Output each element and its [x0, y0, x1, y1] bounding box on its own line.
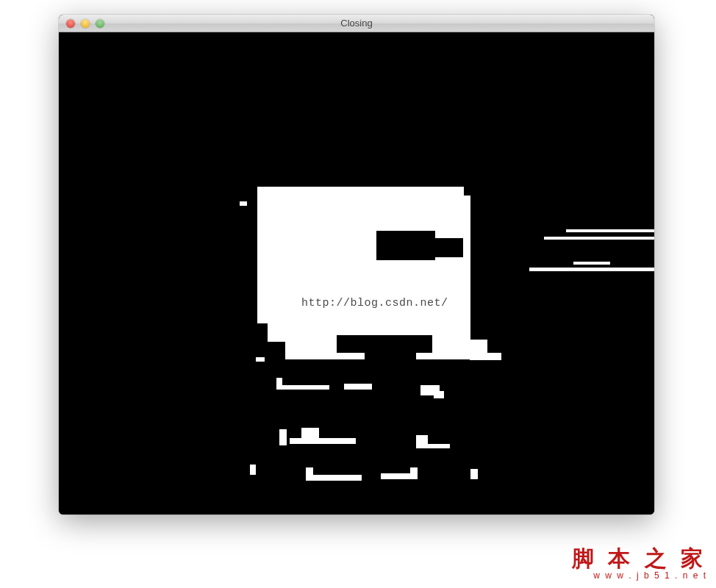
traffic-lights: [59, 19, 104, 28]
site-watermark: 脚 本 之 家 w w w . j b 5 1 . n e t: [572, 547, 708, 581]
frag-9b: [410, 467, 418, 479]
streak-r1b: [566, 229, 654, 232]
streak-r2: [529, 268, 654, 271]
frag-1: [278, 385, 329, 390]
image-content: http://blog.csdn.net/: [59, 32, 654, 514]
minimize-icon[interactable]: [81, 19, 90, 28]
frag-6b: [425, 444, 450, 448]
hole-top: [376, 231, 435, 260]
blob-main: [257, 187, 470, 359]
frag-bot-mid: [256, 357, 265, 362]
streak-r2b: [573, 262, 610, 265]
streak-r1: [544, 237, 654, 240]
notch-tr: [464, 185, 473, 196]
frag-5b: [301, 428, 319, 438]
frag-8: [310, 475, 362, 481]
frag-5: [290, 438, 356, 444]
titlebar: Closing: [59, 15, 654, 32]
site-watermark-cn: 脚 本 之 家: [572, 547, 708, 570]
close-icon[interactable]: [66, 19, 75, 28]
frag-1b: [276, 378, 282, 390]
notch-bl-2: [254, 323, 268, 359]
frag-8b: [306, 467, 313, 481]
hole-bottom-2: [365, 348, 416, 360]
maximize-icon[interactable]: [96, 19, 104, 28]
frag-10: [470, 469, 478, 479]
app-window: Closing: [59, 15, 654, 514]
frag-3b: [434, 391, 444, 398]
frag-7: [250, 465, 256, 475]
frag-2: [344, 384, 372, 390]
blob-side-2: [479, 353, 501, 360]
window-title: Closing: [59, 18, 654, 29]
watermark-url: http://blog.csdn.net/: [301, 297, 448, 309]
site-watermark-en: w w w . j b 5 1 . n e t: [572, 571, 708, 581]
hole-top-2: [428, 238, 463, 257]
frag-4: [279, 429, 287, 445]
frag-tl: [240, 201, 247, 206]
